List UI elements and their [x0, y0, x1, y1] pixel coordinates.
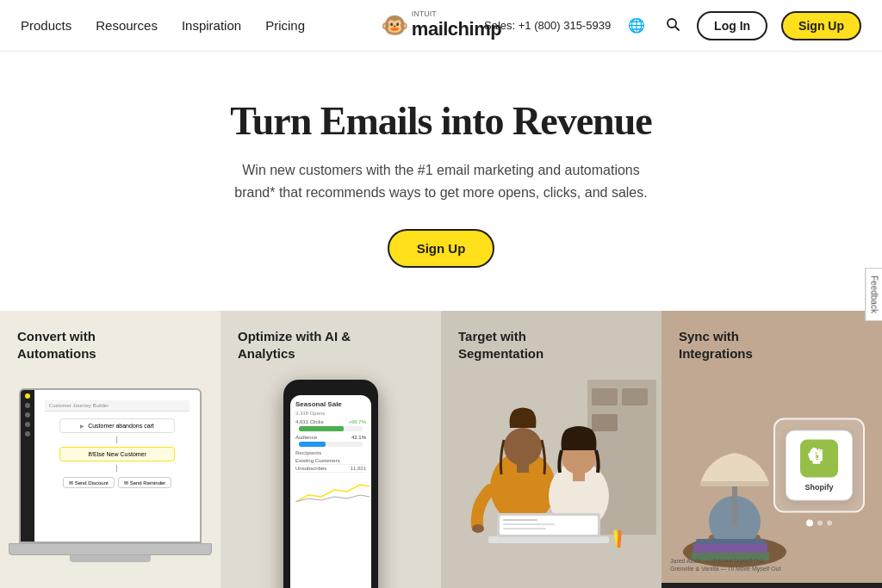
shopify-card: Shopify [786, 430, 853, 501]
hero-subtext: Win new customers with the #1 email mark… [234, 159, 648, 203]
nav-left: Products Resources Inspiration Pricing [21, 18, 305, 33]
people-illustration [441, 345, 662, 588]
product-label-1: Jared Altide — I'll Move Myself Out [670, 557, 873, 566]
action2-label: Send Reminder [130, 480, 166, 486]
svg-rect-19 [503, 523, 555, 525]
bar-container-2 [299, 442, 363, 447]
panel-automations: Convert with Automations Customer Journe… [0, 311, 220, 588]
sidebar-dot-4 [25, 422, 30, 427]
panel-analytics: Optimize with AI & Analytics Seasonal Sa… [220, 311, 441, 588]
audience-row: Audience 42.1% [295, 435, 366, 440]
signup-nav-button[interactable]: Sign Up [781, 11, 861, 40]
laptop-mockup: Customer Journey Builder ▶ Customer aban… [9, 388, 212, 588]
audience-label: Audience [295, 435, 339, 440]
recipients-row: Existing Customers [295, 457, 366, 465]
hero-heading: Turn Emails into Revenue [17, 98, 865, 144]
panel-integrations: Sync with Integrations [662, 311, 882, 588]
search-button[interactable] [662, 14, 683, 38]
action1-label: Send Discount [75, 480, 109, 486]
brand-intuit: INTUIT [412, 10, 501, 18]
hero-section: Turn Emails into Revenue Win new custome… [0, 52, 882, 311]
svg-rect-5 [622, 388, 648, 405]
journey-connector-2 [116, 465, 117, 472]
shopify-logo-svg [808, 448, 830, 470]
integration-area: Shopify [773, 418, 865, 527]
svg-rect-9 [517, 462, 529, 473]
add-to-cart-bar: ADD TO CART [662, 583, 882, 588]
svg-rect-14 [573, 472, 585, 481]
nav-products[interactable]: Products [21, 18, 71, 33]
bar-fill-1 [299, 426, 344, 431]
bar-container-1 [299, 426, 363, 431]
panel-segmentation-title: Target with Segmentation [458, 328, 596, 362]
journey-title-bar: Customer Journey Builder [45, 400, 189, 412]
clicks-row: 4,631 Clicks +66.7% [295, 419, 366, 424]
feature-panels: Convert with Automations Customer Journe… [0, 311, 882, 588]
brand-name: mailchimp [412, 18, 501, 40]
svg-point-10 [472, 524, 484, 533]
journey-title-text: Customer Journey Builder [49, 403, 109, 408]
sidebar-dot-2 [25, 403, 30, 408]
svg-rect-26 [732, 483, 737, 526]
sales-number: Sales: +1 (800) 315-5939 [484, 19, 611, 32]
panel-automations-title: Convert with Automations [17, 328, 155, 362]
email-icon: ✉ [69, 480, 73, 486]
clicks-label: 4,631 Clicks [295, 419, 339, 424]
search-icon [666, 17, 680, 31]
campaign-title: Seasonal Sale [295, 400, 366, 408]
hero-signup-button[interactable]: Sign Up [388, 229, 495, 268]
laptop-stand [70, 555, 151, 562]
panel-analytics-title: Optimize with AI & Analytics [238, 328, 376, 362]
unsubscribes-row: Unsubscribes 11,021 [295, 465, 366, 473]
navbar: Products Resources Inspiration Pricing 🐵… [0, 0, 882, 52]
dot-1 [817, 521, 823, 526]
recipients-section: Recipients [295, 450, 366, 455]
nav-pricing[interactable]: Pricing [265, 18, 305, 33]
phone-outer: Seasonal Sale 3,338 Opens 4,631 Clicks +… [283, 380, 378, 588]
phone-campaign-ui: Seasonal Sale 3,338 Opens 4,631 Clicks +… [295, 400, 366, 503]
laptop-base [9, 543, 212, 555]
panel-integrations-title: Sync with Integrations [679, 328, 817, 362]
dot-active [806, 520, 813, 527]
chimp-icon: 🐵 [381, 12, 408, 39]
globe-button[interactable]: 🌐 [624, 14, 649, 37]
nav-inspiration[interactable]: Inspiration [182, 18, 241, 33]
unsubscribes-val: 11,021 [351, 466, 366, 471]
svg-rect-29 [693, 543, 767, 553]
dot-indicators [806, 520, 832, 527]
svg-rect-4 [592, 388, 618, 405]
feedback-tab[interactable]: Feedback [866, 268, 882, 321]
opens-label: 3,338 Opens [295, 411, 366, 416]
mini-chart [295, 478, 370, 502]
sidebar-dot-3 [25, 412, 30, 418]
brand-text-wrap: INTUIT mailchimp [412, 10, 501, 40]
laptop-screen: Customer Journey Builder ▶ Customer aban… [19, 388, 202, 543]
audience-pct: 42.1% [347, 435, 366, 440]
laptop-sidebar [21, 390, 34, 542]
svg-rect-20 [503, 528, 546, 529]
nav-right: Sales: +1 (800) 315-5939 🌐 Log In Sign U… [484, 11, 861, 40]
bar-fill-2 [299, 442, 326, 447]
action-discount: ✉ Send Discount [63, 477, 115, 488]
laptop-content: Customer Journey Builder ▶ Customer aban… [41, 397, 193, 535]
svg-line-1 [675, 27, 679, 30]
svg-point-8 [504, 428, 542, 466]
shopify-icon [800, 440, 838, 478]
clicks-pct: +66.7% [348, 419, 366, 424]
nav-resources[interactable]: Resources [96, 18, 158, 33]
journey-step-1: ▶ Customer abandons cart [59, 418, 176, 433]
product-labels: Jared Altide — I'll Move Myself Out Gren… [670, 557, 873, 574]
shopify-label: Shopify [805, 483, 834, 492]
bar-chart-row [295, 426, 366, 431]
journey-actions: ✉ Send Discount ✉ Send Reminder [45, 477, 189, 488]
journey-connector-1 [116, 436, 117, 443]
svg-rect-18 [503, 519, 537, 521]
svg-rect-6 [592, 414, 618, 431]
product-label-2: Grenville & Vanilla — I'll Move Myself O… [670, 565, 873, 573]
login-button[interactable]: Log In [697, 11, 767, 40]
brand-logo[interactable]: 🐵 INTUIT mailchimp [381, 10, 501, 40]
sidebar-dot-5 [25, 431, 30, 436]
sidebar-dot-1 [25, 393, 30, 399]
recipients-val: Existing Customers [295, 458, 340, 463]
step1-label: Customer abandons cart [88, 423, 154, 429]
